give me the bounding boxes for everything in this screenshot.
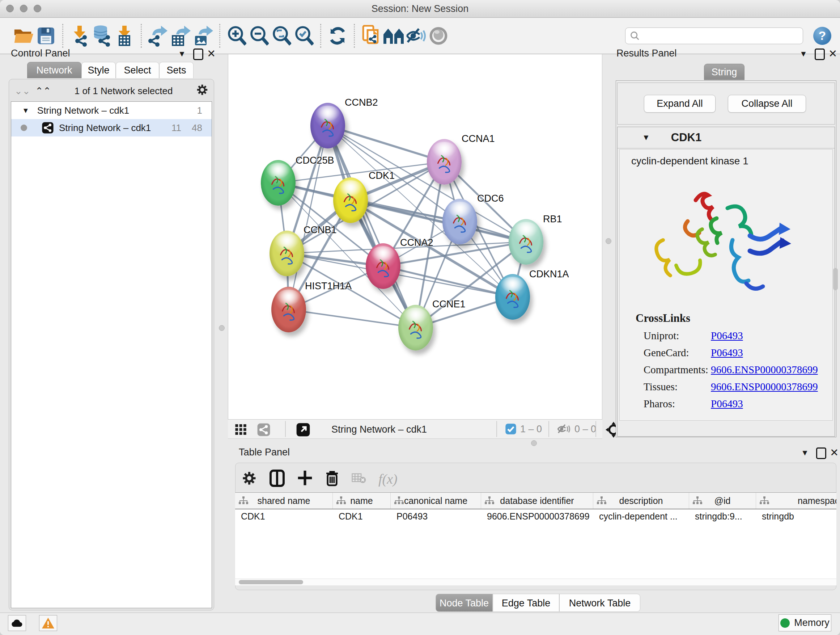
binoculars-button[interactable] — [382, 24, 405, 48]
search-input[interactable] — [640, 30, 798, 41]
zoom-out-button[interactable] — [248, 24, 270, 48]
column-header-namespace[interactable]: namespace — [756, 493, 836, 509]
save-session-button[interactable] — [35, 24, 57, 48]
column-header-name[interactable]: name — [333, 493, 391, 509]
column-header-description[interactable]: description — [593, 493, 689, 509]
horizontal-splitter-handle[interactable] — [531, 440, 537, 446]
export-network-button[interactable] — [147, 24, 169, 48]
crosslink-link[interactable]: 9606.ENSP00000378699 — [711, 364, 818, 376]
tab-style[interactable]: Style — [81, 62, 116, 78]
help-button[interactable]: ? — [813, 27, 831, 45]
zoom-selected-button[interactable] — [293, 24, 315, 48]
import-table-button[interactable] — [113, 24, 136, 48]
grid-view-icon[interactable] — [234, 423, 248, 437]
table-cell[interactable]: CDK1 — [235, 509, 333, 524]
table-hscrollbar-thumb[interactable] — [239, 580, 303, 584]
results-panel-float-icon[interactable]: ▼ — [799, 49, 807, 59]
cloud-status-button[interactable] — [8, 615, 26, 631]
results-panel-close-icon[interactable]: ✕ — [829, 48, 837, 60]
network-collection-row[interactable]: ▼ String Network – cdk1 1 — [11, 102, 212, 119]
show-columns-icon[interactable] — [269, 470, 285, 488]
table-cell[interactable]: P06493 — [391, 509, 481, 524]
show-graphics-details-button[interactable] — [427, 24, 450, 48]
table-cell[interactable]: stringdb — [756, 509, 836, 524]
column-attribute-icon — [239, 496, 248, 505]
node-HIST1H1A[interactable] — [271, 287, 306, 333]
protein-section-header[interactable]: ▼ CDK1 — [617, 127, 835, 149]
table-hscrollbar[interactable] — [235, 578, 836, 585]
clone-network-button[interactable] — [360, 24, 382, 48]
hidden-elements-badge: 0 – 0 — [556, 420, 596, 439]
column-header-database-identifier[interactable]: database identifier — [481, 493, 593, 509]
hide-graphics-details-button[interactable] — [405, 24, 427, 48]
tab-sets[interactable]: Sets — [159, 62, 194, 78]
column-header-canonical-name[interactable]: canonical name — [391, 493, 481, 509]
node-count: 11 — [172, 122, 181, 134]
crosslink-link[interactable]: P06493 — [711, 347, 743, 359]
left-splitter-handle[interactable] — [219, 325, 225, 331]
right-splitter-handle[interactable] — [606, 238, 611, 244]
tab-edge-table[interactable]: Edge Table — [493, 594, 559, 612]
network-canvas[interactable]: CCNB2CCNA1CDC25BCDK1CDC6RB1CCNB1CCNA2CDK… — [228, 54, 602, 419]
expand-all-chevron-icon[interactable]: ⌃⌃ — [35, 86, 51, 97]
import-network-database-button[interactable] — [91, 24, 113, 48]
section-expander-icon[interactable]: ▼ — [642, 133, 650, 142]
node-table: shared namenamecanonical namedatabase id… — [235, 492, 836, 580]
node-CCNE1[interactable] — [398, 305, 433, 350]
column-header--id[interactable]: @id — [689, 493, 756, 509]
add-column-icon[interactable] — [297, 470, 313, 488]
column-header-shared-name[interactable]: shared name — [235, 493, 333, 509]
apply-function-button[interactable]: f(x) — [378, 471, 398, 487]
node-CDC6[interactable] — [442, 199, 477, 244]
node-CDKN1A[interactable] — [495, 274, 530, 320]
table-panel-close-icon[interactable]: ✕ — [830, 447, 838, 459]
expand-all-button[interactable]: Expand All — [644, 95, 715, 112]
table-settings-gear-icon[interactable] — [242, 470, 257, 487]
collapse-all-chevron-icon[interactable]: ⌄⌄ — [14, 86, 30, 97]
crosslink-link[interactable]: 9606.ENSP00000378699 — [711, 381, 818, 393]
delete-column-trash-icon[interactable] — [325, 470, 339, 488]
birdseye-view-icon[interactable] — [296, 423, 310, 439]
open-session-button[interactable] — [12, 24, 35, 48]
table-cell[interactable]: CDK1 — [333, 509, 391, 524]
control-panel-undock-icon[interactable] — [193, 49, 203, 60]
refresh-button[interactable] — [326, 24, 349, 48]
memory-button[interactable]: Memory — [778, 614, 831, 631]
results-panel-title: Results Panel — [616, 48, 677, 59]
control-panel-float-icon[interactable]: ▼ — [178, 49, 186, 59]
results-scrollbar-thumb[interactable] — [833, 268, 838, 290]
tab-string[interactable]: String — [704, 64, 745, 80]
control-panel-close-icon[interactable]: ✕ — [207, 48, 216, 60]
node-CCNB2[interactable] — [310, 103, 345, 149]
node-CDC25B[interactable] — [261, 160, 295, 206]
network-share-view-icon[interactable] — [257, 423, 271, 438]
table-panel-float-icon[interactable]: ▼ — [801, 448, 809, 458]
network-options-gear-icon[interactable] — [196, 84, 208, 98]
node-CDK1[interactable] — [333, 177, 368, 223]
table-cell[interactable]: stringdb:9... — [689, 509, 756, 524]
crosslink-link[interactable]: P06493 — [711, 330, 743, 342]
delete-table-icon[interactable] — [352, 472, 366, 486]
node-RB1[interactable] — [508, 219, 543, 264]
zoom-in-button[interactable] — [225, 24, 248, 48]
tab-network-table[interactable]: Network Table — [559, 594, 640, 612]
table-cell[interactable]: 9606.ENSP00000378699 — [481, 509, 593, 524]
zoom-fit-button[interactable] — [270, 24, 293, 48]
table-cell[interactable]: cyclin-dependent ... — [593, 509, 689, 524]
node-CCNA2[interactable] — [366, 243, 401, 289]
warnings-button[interactable] — [39, 615, 57, 631]
tab-network[interactable]: Network — [27, 62, 81, 78]
crosslink-link[interactable]: P06493 — [711, 398, 743, 410]
node-CCNB1[interactable] — [270, 231, 304, 276]
node-CCNA1[interactable] — [427, 139, 462, 185]
import-network-file-button[interactable] — [68, 24, 91, 48]
table-panel-undock-icon[interactable] — [816, 448, 826, 459]
tab-select[interactable]: Select — [116, 62, 159, 78]
collapse-all-button[interactable]: Collapse All — [728, 95, 806, 112]
collection-expander-icon[interactable]: ▼ — [22, 106, 29, 115]
results-panel-undock-icon[interactable] — [815, 49, 825, 60]
network-row-selected[interactable]: String Network – cdk1 11 48 — [11, 119, 212, 136]
export-table-button[interactable] — [169, 24, 192, 48]
tab-node-table[interactable]: Node Table — [436, 594, 493, 612]
export-image-button[interactable] — [192, 24, 214, 48]
